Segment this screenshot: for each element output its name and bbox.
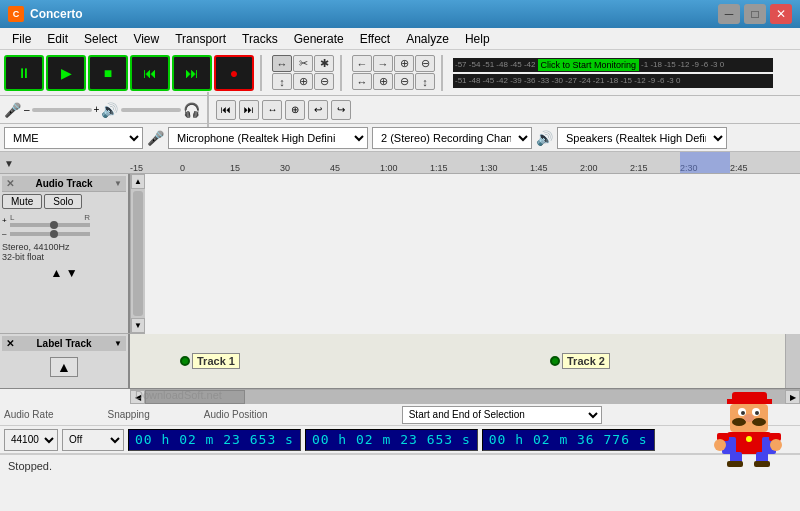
label-track-arrow[interactable]: ▼	[114, 339, 122, 348]
maximize-button[interactable]: □	[744, 4, 766, 24]
lr-label: LR	[10, 213, 90, 222]
mic-device-select[interactable]: Microphone (Realtek High Defini	[168, 127, 368, 149]
play-button[interactable]: ▶	[46, 55, 86, 91]
extra-btn-1[interactable]: ⏮	[216, 100, 236, 120]
menu-effect[interactable]: Effect	[352, 30, 398, 48]
menu-bar: File Edit Select View Transport Tracks G…	[0, 28, 800, 50]
headphone-icon[interactable]: 🎧	[183, 102, 200, 118]
menu-select[interactable]: Select	[76, 30, 125, 48]
label-track-up-button[interactable]: ▲	[50, 357, 78, 377]
extra-btn-3[interactable]: ↔	[262, 100, 282, 120]
scroll-thumb[interactable]	[133, 191, 143, 316]
tool-ex5[interactable]: ↔	[352, 73, 372, 90]
tool-envelope[interactable]: ⊖	[314, 73, 334, 90]
track-info: Stereo, 44100Hz 32-bit float	[2, 242, 126, 262]
tick-2-00: 2:00	[580, 163, 598, 173]
tool-ex4[interactable]: ⊖	[415, 55, 435, 72]
extra-tools: ← → ⊕ ⊖ ↔ ⊕ ⊖ ↕	[352, 55, 435, 90]
sample-rate-select[interactable]: 44100 48000 96000	[4, 429, 58, 451]
track-close-btn[interactable]: ✕	[6, 178, 14, 189]
mute-solo-controls: Mute Solo	[2, 194, 126, 209]
v-scrollbar: ▲ ▼	[130, 174, 145, 333]
scroll-up-button[interactable]: ▲	[131, 174, 145, 189]
status-text: Stopped.	[8, 460, 52, 472]
scroll-right-button[interactable]: ▶	[785, 390, 800, 404]
time-value-1: 00 h 02 m 23 653 s	[135, 432, 294, 447]
audio-rate-label: Audio Rate	[4, 409, 53, 420]
close-button[interactable]: ✕	[770, 4, 792, 24]
tool-ex1[interactable]: ←	[352, 55, 372, 72]
volume-icon[interactable]: 🔊	[101, 102, 118, 118]
tool-ex2[interactable]: →	[373, 55, 393, 72]
audio-host-select[interactable]: MME Windows DirectSound Windows WASAPI	[4, 127, 143, 149]
extra-btn-4[interactable]: ⊕	[285, 100, 305, 120]
snapping-select[interactable]: Off Nearest	[62, 429, 124, 451]
menu-edit[interactable]: Edit	[39, 30, 76, 48]
label-track-content[interactable]: Track 1 Track 2	[130, 334, 785, 388]
scroll-down-button[interactable]: ▼	[131, 318, 145, 333]
tool-draw[interactable]: ✱	[314, 55, 334, 72]
channels-select[interactable]: 2 (Stereo) Recording Channels 1 (Mono) R…	[372, 127, 532, 149]
separator-2	[340, 55, 342, 91]
menu-file[interactable]: File	[4, 30, 39, 48]
pan-slider-track[interactable]	[10, 232, 90, 236]
app-icon: C	[8, 6, 24, 22]
time-display-1: 00 h 02 m 23 653 s	[128, 429, 301, 451]
label-text-1[interactable]: Track 1	[192, 353, 240, 369]
tick-2-45: 2:45	[730, 163, 748, 173]
tool-ex7[interactable]: ⊖	[394, 73, 414, 90]
tool-cut[interactable]: ✂	[293, 55, 313, 72]
minimize-button[interactable]: ─	[718, 4, 740, 24]
h-scroll-thumb[interactable]	[145, 390, 245, 404]
extra-btn-6[interactable]: ↪	[331, 100, 351, 120]
gain-slider-track[interactable]	[10, 223, 90, 227]
mute-button[interactable]: Mute	[2, 194, 42, 209]
menu-analyze[interactable]: Analyze	[398, 30, 457, 48]
solo-button[interactable]: Solo	[44, 194, 82, 209]
h-scroll-track[interactable]	[145, 390, 785, 404]
extra-btn-5[interactable]: ↩	[308, 100, 328, 120]
tick-2-15: 2:15	[630, 163, 648, 173]
pan-knob[interactable]	[50, 230, 58, 238]
skip-back-button[interactable]: ⏮	[130, 55, 170, 91]
pan-slider[interactable]	[121, 108, 181, 112]
audio-track-area: ✕ Audio Track ▼ Mute Solo + LR	[0, 174, 145, 334]
collapse-button[interactable]: ▲ ▼	[50, 266, 77, 280]
ruler-markers: -15 0 15 30 45 1:00 1:15 1:30 1:45 2:00 …	[130, 152, 800, 173]
menu-tracks[interactable]: Tracks	[234, 30, 286, 48]
gain-knob[interactable]	[50, 221, 58, 229]
selection-mode-select[interactable]: Start and End of Selection Start and Len…	[402, 406, 602, 424]
collapse-container: ▲ ▼	[2, 266, 126, 280]
extra-btn-2[interactable]: ⏭	[239, 100, 259, 120]
gain-row: + LR	[2, 213, 126, 227]
output-device-select[interactable]: Speakers (Realtek High Definiti	[557, 127, 727, 149]
tool-zoom-in[interactable]: ↕	[272, 73, 292, 90]
menu-help[interactable]: Help	[457, 30, 498, 48]
time-display-2: 00 h 02 m 23 653 s	[305, 429, 478, 451]
menu-transport[interactable]: Transport	[167, 30, 234, 48]
track-name-arrow[interactable]: ▼	[114, 179, 122, 188]
toolbar-1: ⏸ ▶ ■ ⏮ ⏭ ● ↔ ✂ ✱ ↕ ⊕ ⊖ ← → ⊕ ⊖ ↔ ⊕ ⊖ ↕	[0, 50, 800, 96]
tool-timeshift[interactable]: ⊕	[293, 73, 313, 90]
stop-button[interactable]: ■	[88, 55, 128, 91]
selection-bar: Audio Rate Snapping Audio Position Start…	[0, 404, 800, 426]
tool-ex6[interactable]: ⊕	[373, 73, 393, 90]
start-monitoring-button[interactable]: Click to Start Monitoring	[538, 59, 640, 71]
mic-icon: 🎤	[4, 102, 21, 118]
tool-ex3[interactable]: ⊕	[394, 55, 414, 72]
pause-button[interactable]: ⏸	[4, 55, 44, 91]
menu-view[interactable]: View	[125, 30, 167, 48]
label-track-close[interactable]: ✕	[6, 338, 14, 349]
audio-track-name: Audio Track	[35, 178, 92, 189]
record-button[interactable]: ●	[214, 55, 254, 91]
tick-1-00: 1:00	[380, 163, 398, 173]
scroll-left-button[interactable]: ◀	[130, 390, 145, 404]
menu-generate[interactable]: Generate	[286, 30, 352, 48]
label-text-2[interactable]: Track 2	[562, 353, 610, 369]
tool-ex8[interactable]: ↕	[415, 73, 435, 90]
app-title: Concerto	[30, 7, 83, 21]
skip-forward-button[interactable]: ⏭	[172, 55, 212, 91]
gain-slider[interactable]	[32, 108, 92, 112]
tool-select[interactable]: ↔	[272, 55, 292, 72]
pan-row: –	[2, 229, 126, 238]
